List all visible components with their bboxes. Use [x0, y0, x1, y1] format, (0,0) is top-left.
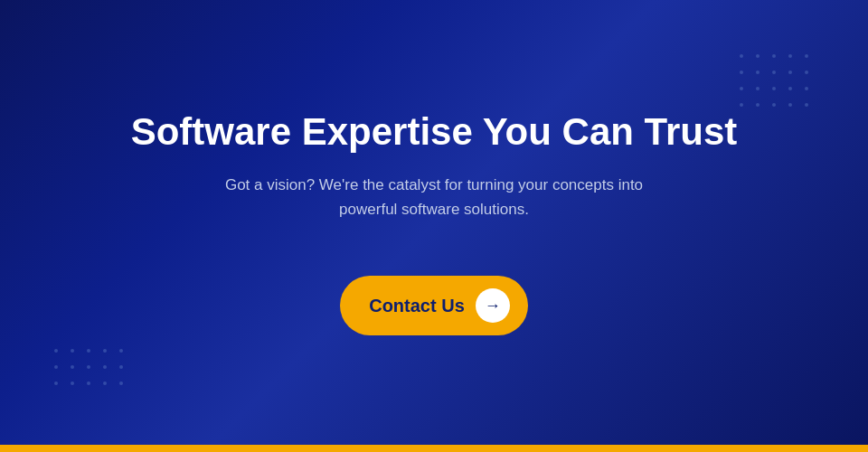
dots-bottom-left [54, 349, 128, 391]
page-wrapper: Software Expertise You Can Trust Got a v… [0, 0, 868, 452]
hero-title: Software Expertise You Can Trust [131, 109, 738, 155]
contact-us-label: Contact Us [369, 296, 465, 316]
arrow-right-icon: → [485, 297, 501, 314]
hero-section: Software Expertise You Can Trust Got a v… [0, 0, 868, 445]
hero-subtitle: Got a vision? We're the catalyst for tur… [199, 173, 669, 221]
bottom-bar [0, 445, 868, 452]
contact-us-button[interactable]: Contact Us → [340, 276, 528, 335]
contact-us-arrow-circle: → [476, 288, 510, 323]
dots-top-right [740, 54, 814, 112]
